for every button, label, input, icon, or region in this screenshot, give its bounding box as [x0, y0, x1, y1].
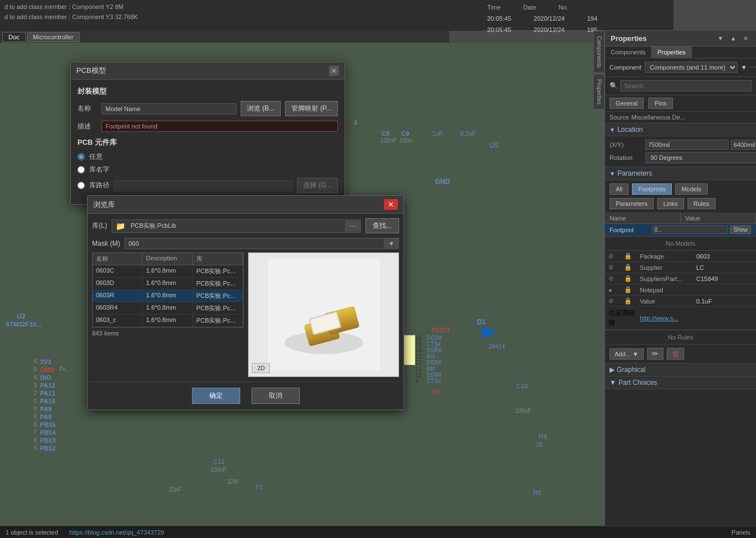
lib-row-0603d[interactable]: 0603D 1.6*0.8mm PCB实验.PcbLib: [93, 278, 243, 290]
parameters-section-header[interactable]: ▼ Parameters: [605, 167, 756, 180]
supplier-link-val[interactable]: http://www.s...: [640, 315, 697, 321]
edit-btn[interactable]: ✏: [647, 348, 663, 360]
lib-path-input[interactable]: [114, 180, 292, 191]
component-dropdown[interactable]: Components (and 11 more): [645, 62, 737, 73]
lock-icon-package[interactable]: 🔒: [624, 252, 640, 260]
filter-icon[interactable]: ▼: [741, 64, 747, 71]
tab-doc[interactable]: Doc: [2, 32, 26, 42]
panel-close-icon[interactable]: ✕: [741, 34, 750, 43]
vtab-properties[interactable]: Properties: [593, 74, 604, 110]
detail-row-notepad: ● 🔒 Notepad: [605, 284, 756, 296]
part-choices-header[interactable]: ▼ Part Choices: [605, 376, 756, 389]
detail-row-supplierspart: ⊘ 🔒 SuppliersPart... C15849: [605, 273, 756, 284]
rtab-components[interactable]: Components: [605, 47, 652, 58]
add-dropdown-btn[interactable]: Add... ▼: [610, 348, 644, 360]
lib-row-0603r4[interactable]: 0603R4 1.6*0.8mm PCB实验.PcbLib: [93, 302, 243, 315]
desc-input[interactable]: [102, 121, 338, 132]
diode-part-label: 1N414: [488, 343, 505, 350]
radio-libpath-input[interactable]: [77, 182, 85, 189]
model-name-input[interactable]: [102, 103, 236, 114]
lib-cell-name-0603r: 0603R: [93, 290, 143, 302]
vis-icon-package[interactable]: ⊘: [608, 252, 624, 260]
pin-map-btn[interactable]: 管脚映射 (P...: [285, 101, 338, 116]
right-top-tabs: Components Properties: [605, 47, 756, 58]
pcb-lib-title: PCB 元件库: [77, 137, 338, 148]
graphical-header[interactable]: ▶ Graphical: [605, 364, 756, 376]
lib-list-body[interactable]: 0603C 1.6*0.8mm PCB实验.PcbLib 0603D 1.6*0…: [92, 265, 244, 328]
browse-btn[interactable]: 浏览 (B...: [241, 101, 281, 116]
footprints-btn[interactable]: Footprints: [632, 183, 672, 195]
rules-btn[interactable]: Rules: [688, 198, 716, 209]
lock-icon-supplierspart[interactable]: 🔒: [624, 275, 640, 282]
show-btn[interactable]: Show: [730, 226, 751, 234]
radio-libpath-row: 库路径 选择 (G...: [77, 178, 338, 193]
lib-row-0603r[interactable]: 0603R 1.6*0.8mm PCB实验.PcbLib: [93, 290, 243, 302]
lib-ok-btn[interactable]: 确定: [192, 388, 240, 404]
lib-row-0603c[interactable]: 0603C 1.6*0.8mm PCB实验.PcbLib: [93, 265, 243, 278]
lib-list-panel: 名称 Description 库 0603C 1.6*0.8mm PCB实验.P…: [92, 252, 244, 377]
general-btn[interactable]: General: [610, 98, 644, 109]
lock-icon-notepad[interactable]: 🔒: [624, 286, 640, 293]
mask-dropdown-btn[interactable]: ▼: [384, 238, 399, 249]
lock-icon-value[interactable]: 🔒: [624, 297, 640, 305]
lib-path-input[interactable]: [129, 221, 345, 231]
y-input[interactable]: [731, 140, 756, 150]
browse-lib-close-btn[interactable]: ✕: [384, 199, 398, 210]
search-input[interactable]: [620, 80, 752, 91]
parameters-triangle: ▼: [610, 171, 615, 177]
vis-icon-supplier[interactable]: ⊘: [608, 264, 624, 271]
links-btn[interactable]: Links: [657, 198, 684, 209]
models-btn[interactable]: Models: [675, 183, 707, 195]
browse-lib-titlebar: 浏览库 ✕: [88, 196, 404, 214]
pcb-model-titlebar: PCB模型 ✕: [71, 62, 345, 80]
radio-libname-input[interactable]: [77, 166, 85, 173]
lib-cell-name-0603r4: 0603R4: [93, 302, 143, 314]
radio-any[interactable]: 任意: [77, 152, 338, 162]
col-name: 名称: [93, 253, 143, 265]
supplier-val: LC: [697, 264, 753, 271]
footprint-value-input[interactable]: [652, 226, 728, 234]
mask-input[interactable]: [125, 238, 384, 249]
filter-options-icon[interactable]: ⋯: [750, 64, 756, 71]
panel-expand-icon[interactable]: ▲: [728, 34, 739, 43]
radio-libpath-label: 库路径: [89, 181, 109, 190]
lib-cell-name-0603c: 0603C: [93, 265, 143, 277]
rtab-properties[interactable]: Properties: [652, 47, 691, 58]
eye-icon-notepad[interactable]: ●: [608, 287, 624, 293]
radio-any-input[interactable]: [77, 153, 85, 160]
lock-icon-supplier[interactable]: 🔒: [624, 264, 640, 271]
cap-100n2-label: 100n: [400, 137, 412, 144]
status-link[interactable]: https://blog.csdn.net/qq_47343729: [70, 529, 164, 536]
rotation-select[interactable]: 90 Degrees: [645, 152, 756, 163]
notepad-key: Notepad: [640, 287, 697, 293]
location-section-header[interactable]: ▼ Location: [605, 123, 756, 136]
x-input[interactable]: [645, 140, 728, 150]
vtab-components[interactable]: Components: [593, 31, 604, 73]
select-btn[interactable]: 选择 (G...: [297, 178, 338, 193]
all-btn[interactable]: All: [610, 183, 629, 195]
pcb-model-title: PCB模型: [76, 66, 106, 76]
parameters-btn[interactable]: Parameters: [610, 198, 654, 209]
pins-btn[interactable]: Pins: [648, 98, 672, 109]
browse-lib-dialog: 浏览库 ✕ 库(L) 📁 ⋯ 查找... Mask (M) ▼ 名称 Des: [87, 195, 404, 410]
vis-icon-value[interactable]: ⊘: [608, 297, 624, 305]
tab-microcontroller[interactable]: Microcontroller: [27, 32, 80, 42]
lib-cancel-btn[interactable]: 取消: [251, 388, 300, 404]
properties-panel: Properties ▼ ▲ ✕ Components Properties C…: [604, 31, 756, 538]
package-key: Package: [640, 253, 697, 260]
lib-find-btn[interactable]: 查找...: [365, 218, 399, 233]
panel-pin-icon[interactable]: ▼: [715, 34, 726, 43]
pcb-model-close-btn[interactable]: ✕: [329, 66, 339, 76]
detail-row-value: ⊘ 🔒 Value 0.1uF: [605, 296, 756, 307]
delete-btn[interactable]: 🗑: [667, 348, 684, 360]
radio-libpath[interactable]: 库路径: [77, 181, 109, 190]
lib-dots-btn[interactable]: ⋯: [345, 220, 360, 232]
preview-2d-btn[interactable]: 2D: [252, 363, 270, 373]
footprint-param-row[interactable]: Footprint Show: [605, 224, 756, 236]
status-bar: 1 object is selected https://blog.csdn.n…: [0, 526, 604, 538]
r5-label: R5: [533, 489, 541, 496]
radio-libname[interactable]: 库名字: [77, 165, 338, 174]
vis-icon-supplierspart[interactable]: ⊘: [608, 275, 624, 282]
lib-row-0603c2[interactable]: 0603_c 1.6*0.8mm PCB实验.PcbLib: [93, 315, 243, 327]
pcb-model-body: 封装模型 名称 浏览 (B... 管脚映射 (P... 描述 PCB 元件库 任…: [71, 80, 345, 204]
